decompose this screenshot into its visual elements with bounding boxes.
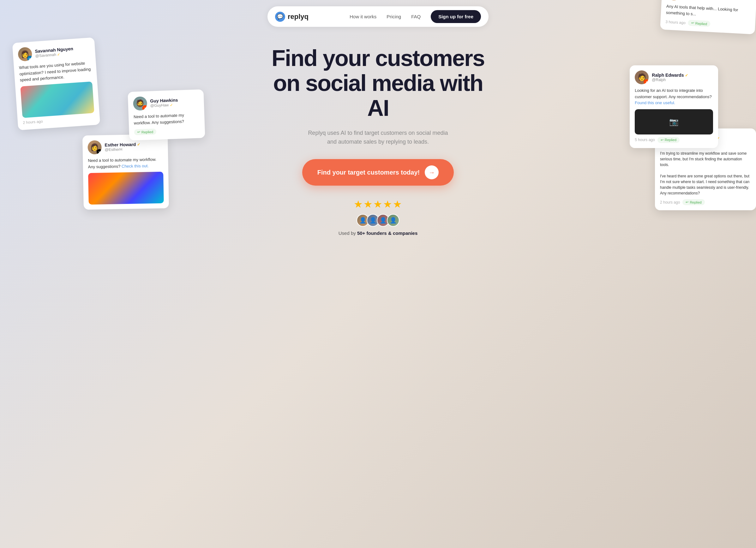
card-time: 5 hours ago — [635, 138, 655, 142]
hero-title: Find your customers on social media with… — [267, 46, 489, 121]
card-name: Ralph Edwards ✓ — [652, 73, 688, 78]
card-image — [20, 81, 94, 118]
social-card-savannah: 👩 in Savannah Nguyen @Savannah ✓ What to… — [12, 37, 100, 130]
card-footer: 5 hours ago ↩ Replied — [635, 137, 713, 143]
navbar: 💬 replyq How it works Pricing FAQ Sign u… — [0, 0, 756, 33]
card-avatar: 🧑 r — [635, 70, 649, 84]
card-avatar: 👩 ✕ — [88, 140, 102, 154]
proof-prefix: Used by — [339, 231, 357, 236]
verified-badge: ✓ — [685, 73, 688, 78]
card-user-info: Ralph Edwards ✓ @Ralph — [652, 73, 688, 82]
logo-link[interactable]: 💬 replyq — [275, 12, 309, 22]
social-card-ralph: 🧑 r Ralph Edwards ✓ @Ralph Looking for a… — [630, 65, 718, 148]
card-dark-image: 📷 — [635, 109, 713, 135]
card-name: Esther Howard ✓ — [105, 142, 141, 148]
card-user-info: Cameron William @Williamson — [684, 0, 720, 1]
proof-highlight: 50+ founders & companies — [357, 231, 417, 236]
card-time: 2 hours ago — [23, 119, 43, 125]
card-text: What tools are you using for website opt… — [19, 60, 92, 83]
cta-button[interactable]: Find your target customers today! → — [302, 159, 454, 186]
card-user-info: Esther Howard ✓ @EstherH — [105, 142, 141, 152]
twitter-badge: ✕ — [97, 149, 102, 154]
card-text: I'm trying to streamline my workflow and… — [660, 151, 751, 196]
card-time: 3 hours ago — [665, 20, 686, 25]
card-image-colorful — [88, 172, 164, 205]
replied-badge: ↩ Replied — [134, 129, 156, 135]
verified-badge: ✓ — [137, 142, 140, 147]
signup-button[interactable]: Sign up for free — [431, 10, 481, 23]
card-text: Any AI tools that help with... Looking f… — [666, 3, 751, 20]
avatar-4: 👤 — [387, 214, 399, 227]
linkedin-badge: in — [675, 0, 681, 1]
replied-badge: ↩ Replied — [688, 20, 710, 27]
logo-icon: 💬 — [275, 12, 285, 22]
card-handle: @GuyHaw ✓ — [150, 103, 178, 108]
linkedin-badge: in — [27, 56, 33, 62]
nav-faq[interactable]: FAQ — [411, 14, 421, 19]
proof-text: Used by 50+ founders & companies — [339, 231, 418, 236]
star-rating: ★★★★★ — [354, 198, 403, 210]
reddit-badge: r — [644, 79, 649, 84]
card-footer: 2 hours ago ↩ Replied — [660, 199, 751, 205]
card-text: Need a tool to automate my workflow. Any… — [134, 112, 200, 126]
cta-arrow-icon: → — [425, 166, 439, 179]
card-link[interactable]: Check this out. — [122, 163, 149, 168]
social-card-esther: 👩 ✕ Esther Howard ✓ @EstherH Need a tool… — [82, 134, 169, 210]
logo-text: replyq — [288, 13, 309, 21]
avatar-group: 👤 👤 👤 👤 — [357, 214, 399, 227]
card-header: 👩 in Savannah Nguyen @Savannah ✓ — [18, 43, 91, 62]
card-footer: ↩ Replied — [134, 127, 200, 136]
card-time: 2 hours ago — [660, 200, 680, 205]
verified-badge: ✓ — [170, 103, 173, 107]
hero-subtitle: Replyq uses AI to find target customers … — [305, 129, 451, 147]
card-name: Guy Hawkins — [150, 98, 178, 104]
card-avatar: 👩 in — [18, 47, 33, 62]
card-avatar: 👩‍💼 in — [667, 0, 681, 1]
nav-how-it-works[interactable]: How it works — [350, 14, 376, 19]
card-footer: 3 hours ago ↩ Replied — [665, 19, 750, 29]
nav-pricing[interactable]: Pricing — [387, 14, 401, 19]
card-header: 🧑 r Ralph Edwards ✓ @Ralph — [635, 70, 713, 84]
card-handle: @Ralph — [652, 78, 688, 82]
social-card-guy: 🧔 r Guy Hawkins @GuyHaw ✓ Need a tool to… — [128, 89, 205, 141]
social-card-cameron: 👩‍💼 in Cameron William @Williamson Any A… — [660, 0, 756, 34]
card-link[interactable]: Found this one useful. — [635, 100, 675, 105]
reddit-badge: r — [142, 105, 147, 111]
card-text: Looking for an AI tool to integrate into… — [635, 87, 713, 106]
cta-label: Find your target customers today! — [317, 169, 420, 176]
card-handle: @EstherH — [105, 147, 141, 152]
replied-badge: ↩ Replied — [682, 199, 705, 205]
card-text: Need a tool to automate my workflow. Any… — [88, 156, 164, 170]
card-header: 👩 ✕ Esther Howard ✓ @EstherH — [88, 139, 163, 154]
card-user-info: Guy Hawkins @GuyHaw ✓ — [150, 98, 178, 108]
verified-badge: ✓ — [57, 52, 61, 57]
replied-badge: ↩ Replied — [657, 137, 680, 143]
card-handle: @Williamson — [684, 0, 720, 1]
card-user-info: Savannah Nguyen @Savannah ✓ — [35, 46, 74, 58]
card-avatar: 🧔 r — [133, 96, 147, 111]
card-header: 🧔 r Guy Hawkins @GuyHaw ✓ — [133, 95, 199, 111]
